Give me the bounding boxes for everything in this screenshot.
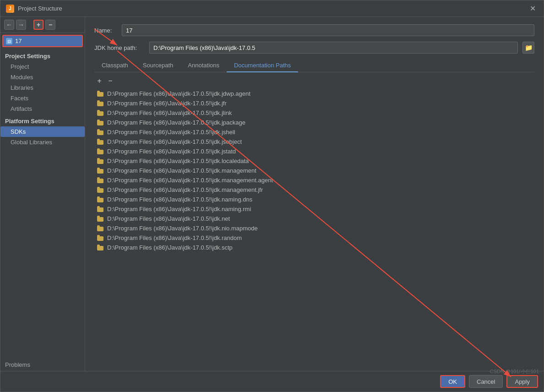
file-path-label: D:\Program Files (x86)\Java\jdk-17.0.5!\… <box>107 196 252 203</box>
file-path-label: D:\Program Files (x86)\Java\jdk-17.0.5!\… <box>107 234 242 241</box>
file-item[interactable]: D:\Program Files (x86)\Java\jdk-17.0.5!\… <box>94 156 534 166</box>
jdk-label: JDK home path: <box>94 44 145 51</box>
title-bar: J Project Structure ✕ <box>0 0 544 17</box>
cancel-button[interactable]: Cancel <box>469 375 503 388</box>
jdk-path-input[interactable] <box>149 42 518 54</box>
file-path-label: D:\Program Files (x86)\Java\jdk-17.0.5!\… <box>107 148 236 155</box>
file-item[interactable]: D:\Program Files (x86)\Java\jdk-17.0.5!\… <box>94 223 534 233</box>
file-path-label: D:\Program Files (x86)\Java\jdk-17.0.5!\… <box>107 158 249 164</box>
file-path-label: D:\Program Files (x86)\Java\jdk-17.0.5!\… <box>107 244 233 251</box>
sidebar-item-sdks[interactable]: SDKs <box>0 126 85 137</box>
folder-icon <box>97 101 104 106</box>
folder-icon <box>97 158 104 164</box>
remove-path-button[interactable]: − <box>105 76 115 86</box>
file-item[interactable]: D:\Program Files (x86)\Java\jdk-17.0.5!\… <box>94 233 534 243</box>
watermark: CSDN @101/小仨101 <box>490 368 539 375</box>
sidebar-item-facets[interactable]: Facets <box>0 93 85 103</box>
file-path-label: D:\Program Files (x86)\Java\jdk-17.0.5!\… <box>107 90 250 97</box>
name-label: Name: <box>94 27 117 34</box>
close-button[interactable]: ✕ <box>527 3 538 14</box>
file-item[interactable]: D:\Program Files (x86)\Java\jdk-17.0.5!\… <box>94 166 534 175</box>
folder-icon <box>97 139 104 145</box>
folder-icon <box>97 91 104 97</box>
file-item[interactable]: D:\Program Files (x86)\Java\jdk-17.0.5!\… <box>94 195 534 204</box>
file-path-label: D:\Program Files (x86)\Java\jdk-17.0.5!\… <box>107 225 258 232</box>
folder-icon <box>97 216 104 222</box>
folder-icon <box>97 168 104 174</box>
file-item[interactable]: D:\Program Files (x86)\Java\jdk-17.0.5!\… <box>94 89 534 98</box>
folder-icon <box>97 110 104 116</box>
folder-icon <box>97 245 104 250</box>
file-path-label: D:\Program Files (x86)\Java\jdk-17.0.5!\… <box>107 215 230 222</box>
folder-icon <box>97 178 104 183</box>
file-path-label: D:\Program Files (x86)\Java\jdk-17.0.5!\… <box>107 177 273 184</box>
file-path-label: D:\Program Files (x86)\Java\jdk-17.0.5!\… <box>107 167 256 174</box>
folder-icon <box>97 197 104 202</box>
platform-settings-header: Platform Settings <box>0 114 85 126</box>
folder-icon <box>97 149 104 154</box>
sidebar-item-global-libraries[interactable]: Global Libraries <box>0 137 85 147</box>
tab-sourcepath[interactable]: Sourcepath <box>136 59 181 72</box>
tab-classpath[interactable]: Classpath <box>94 59 136 72</box>
file-path-label: D:\Program Files (x86)\Java\jdk-17.0.5!\… <box>107 109 232 116</box>
dialog-footer: OK Cancel Apply <box>0 371 544 392</box>
add-path-button[interactable]: + <box>94 76 104 86</box>
project-structure-dialog: J Project Structure ✕ ← → + − ▤ 17 <box>0 0 544 392</box>
main-content: ← → + − ▤ 17 Project Settings Project Mo… <box>0 17 544 371</box>
file-item[interactable]: D:\Program Files (x86)\Java\jdk-17.0.5!\… <box>94 147 534 156</box>
sidebar: ← → + − ▤ 17 Project Settings Project Mo… <box>0 17 85 371</box>
file-path-label: D:\Program Files (x86)\Java\jdk-17.0.5!\… <box>107 206 251 212</box>
remove-sdk-button[interactable]: − <box>45 20 55 30</box>
file-item[interactable]: D:\Program Files (x86)\Java\jdk-17.0.5!\… <box>94 175 534 185</box>
sdk-item-label: 17 <box>15 38 22 44</box>
main-panel: Name: JDK home path: 📁 Classpath Sourcep… <box>85 17 544 371</box>
file-item[interactable]: D:\Program Files (x86)\Java\jdk-17.0.5!\… <box>94 185 534 195</box>
folder-icon <box>97 120 104 125</box>
folder-icon <box>97 130 104 135</box>
file-item[interactable]: D:\Program Files (x86)\Java\jdk-17.0.5!\… <box>94 214 534 223</box>
forward-button[interactable]: → <box>16 20 26 30</box>
file-path-label: D:\Program Files (x86)\Java\jdk-17.0.5!\… <box>107 138 242 145</box>
ok-button[interactable]: OK <box>440 375 465 388</box>
back-button[interactable]: ← <box>4 20 14 30</box>
sidebar-problems[interactable]: Problems <box>0 359 85 371</box>
project-settings-header: Project Settings <box>0 49 85 61</box>
add-sdk-button[interactable]: + <box>33 20 44 30</box>
jdk-browse-button[interactable]: 📁 <box>522 42 534 54</box>
file-path-label: D:\Program Files (x86)\Java\jdk-17.0.5!\… <box>107 186 263 193</box>
folder-icon <box>97 235 104 241</box>
tabs-bar: Classpath Sourcepath Annotations Documen… <box>94 59 534 72</box>
name-row: Name: <box>94 24 534 36</box>
sidebar-nav-row: ← → + − <box>0 17 85 33</box>
folder-icon <box>97 207 104 212</box>
tab-documentation-paths[interactable]: Documentation Paths <box>227 59 298 72</box>
dialog-title: Project Structure <box>18 5 527 12</box>
file-item[interactable]: D:\Program Files (x86)\Java\jdk-17.0.5!\… <box>94 127 534 137</box>
file-item[interactable]: D:\Program Files (x86)\Java\jdk-17.0.5!\… <box>94 98 534 108</box>
file-path-label: D:\Program Files (x86)\Java\jdk-17.0.5!\… <box>107 129 235 136</box>
file-item[interactable]: D:\Program Files (x86)\Java\jdk-17.0.5!\… <box>94 243 534 252</box>
folder-icon <box>97 187 104 193</box>
folder-icon <box>97 226 104 231</box>
file-item[interactable]: D:\Program Files (x86)\Java\jdk-17.0.5!\… <box>94 108 534 118</box>
sidebar-item-libraries[interactable]: Libraries <box>0 82 85 93</box>
name-input[interactable] <box>122 24 534 36</box>
sidebar-item-modules[interactable]: Modules <box>0 72 85 82</box>
sidebar-item-artifacts[interactable]: Artifacts <box>0 103 85 114</box>
tab-annotations[interactable]: Annotations <box>180 59 227 72</box>
sdk-list: ▤ 17 <box>0 33 85 49</box>
file-path-label: D:\Program Files (x86)\Java\jdk-17.0.5!\… <box>107 119 245 126</box>
app-icon: J <box>6 5 14 13</box>
file-item[interactable]: D:\Program Files (x86)\Java\jdk-17.0.5!\… <box>94 204 534 214</box>
file-list: D:\Program Files (x86)\Java\jdk-17.0.5!\… <box>94 89 534 364</box>
sdk-icon: ▤ <box>6 38 12 44</box>
apply-button[interactable]: Apply <box>506 375 538 388</box>
sdk-item-17[interactable]: ▤ 17 <box>2 35 83 47</box>
file-path-label: D:\Program Files (x86)\Java\jdk-17.0.5!\… <box>107 100 227 107</box>
jdk-row: JDK home path: 📁 <box>94 42 534 54</box>
file-item[interactable]: D:\Program Files (x86)\Java\jdk-17.0.5!\… <box>94 118 534 127</box>
toolbar-row: + − <box>94 76 534 86</box>
file-item[interactable]: D:\Program Files (x86)\Java\jdk-17.0.5!\… <box>94 137 534 147</box>
sidebar-item-project[interactable]: Project <box>0 61 85 72</box>
